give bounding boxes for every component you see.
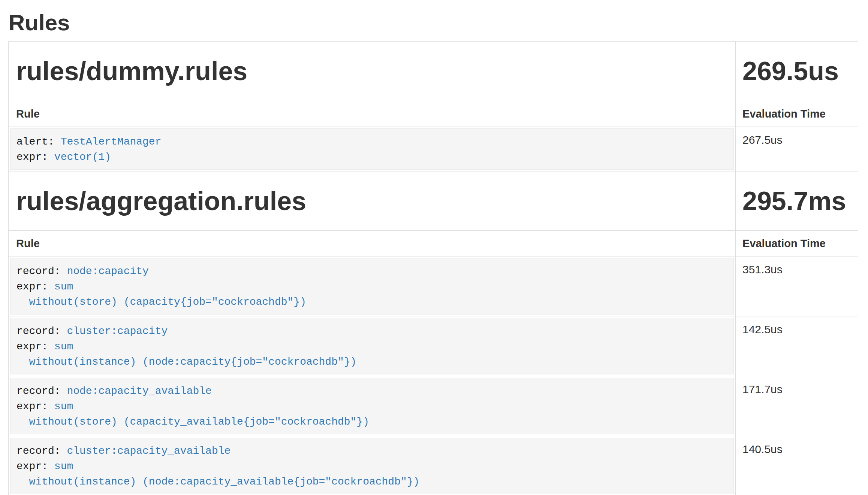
evaluation-time-column-header: Evaluation Time bbox=[736, 101, 858, 127]
rule-group-evaluation-time-cell: 269.5us bbox=[736, 42, 858, 101]
rule-definition: record: cluster:capacity expr: sum witho… bbox=[10, 318, 734, 374]
rule-definition-cell: record: cluster:capacity expr: sum witho… bbox=[9, 316, 736, 376]
rule-keyword bbox=[16, 356, 29, 368]
rule-name-link[interactable]: node:capacity bbox=[67, 265, 148, 277]
rule-group-evaluation-time-cell: 295.7ms bbox=[736, 171, 858, 231]
rule-keyword: expr: bbox=[16, 281, 54, 292]
rule-definition-cell: record: cluster:capacity_available expr:… bbox=[9, 436, 736, 495]
evaluation-time-column-header: Evaluation Time bbox=[736, 231, 858, 256]
column-header-row: Rule Evaluation Time bbox=[9, 231, 858, 256]
rule-row: record: node:capacity expr: sum without(… bbox=[9, 256, 858, 316]
rule-row: alert: TestAlertManager expr: vector(1) … bbox=[9, 127, 858, 171]
rule-keyword: expr: bbox=[16, 461, 54, 472]
rule-evaluation-time: 171.7us bbox=[736, 376, 858, 436]
rule-row: record: cluster:capacity expr: sum witho… bbox=[9, 316, 858, 376]
rule-keyword bbox=[16, 296, 29, 308]
rule-expression-link[interactable]: without(store) (capacity{job="cockroachd… bbox=[29, 296, 306, 308]
rule-row: record: cluster:capacity_available expr:… bbox=[9, 436, 858, 495]
rule-expression-link[interactable]: sum bbox=[54, 281, 73, 292]
rules-page: Rules rules/dummy.rules 269.5us Rule Eva… bbox=[0, 10, 868, 495]
page-title: Rules bbox=[9, 10, 858, 36]
rule-name-link[interactable]: cluster:capacity_available bbox=[67, 445, 230, 457]
rule-keyword: expr: bbox=[16, 401, 54, 412]
rule-keyword: expr: bbox=[16, 341, 54, 352]
rule-expression-link[interactable]: without(instance) (node:capacity_availab… bbox=[29, 476, 420, 488]
rule-name-link[interactable]: cluster:capacity bbox=[67, 325, 168, 337]
rule-name-link[interactable]: node:capacity_available bbox=[67, 385, 211, 397]
rule-definition: alert: TestAlertManager expr: vector(1) bbox=[10, 128, 734, 170]
rule-expression-link[interactable]: without(store) (capacity_available{job="… bbox=[29, 416, 369, 428]
rule-definition: record: node:capacity_available expr: su… bbox=[10, 378, 734, 434]
rule-column-header: Rule bbox=[9, 231, 736, 256]
rule-expression-link[interactable]: sum bbox=[54, 341, 73, 352]
rule-definition: record: node:capacity expr: sum without(… bbox=[10, 258, 734, 315]
rule-group-header-row: rules/dummy.rules 269.5us bbox=[9, 42, 858, 101]
rule-group-name: rules/dummy.rules bbox=[16, 57, 247, 86]
rule-expression-link[interactable]: sum bbox=[54, 401, 73, 412]
rule-group-name-cell: rules/aggregation.rules bbox=[9, 171, 736, 231]
rule-group-name-cell: rules/dummy.rules bbox=[9, 42, 736, 101]
column-header-row: Rule Evaluation Time bbox=[9, 101, 858, 127]
rule-keyword: expr: bbox=[16, 151, 54, 163]
rule-keyword bbox=[16, 416, 29, 428]
rule-column-header: Rule bbox=[9, 101, 736, 127]
rule-keyword: record: bbox=[16, 325, 67, 337]
rules-table: rules/dummy.rules 269.5us Rule Evaluatio… bbox=[8, 41, 858, 495]
rule-definition: record: cluster:capacity_available expr:… bbox=[10, 438, 734, 494]
rule-group-header-row: rules/aggregation.rules 295.7ms bbox=[9, 171, 858, 231]
rule-evaluation-time: 140.5us bbox=[736, 436, 858, 495]
rule-name-link[interactable]: TestAlertManager bbox=[61, 136, 162, 148]
rule-row: record: node:capacity_available expr: su… bbox=[9, 376, 858, 436]
rule-expression-link[interactable]: without(instance) (node:capacity{job="co… bbox=[29, 356, 357, 368]
rule-definition-cell: record: node:capacity_available expr: su… bbox=[9, 376, 736, 436]
rule-evaluation-time: 142.5us bbox=[736, 316, 858, 376]
rule-keyword: record: bbox=[16, 445, 67, 457]
rule-evaluation-time: 351.3us bbox=[736, 256, 858, 316]
rule-keyword: record: bbox=[16, 385, 67, 397]
rule-expression-link[interactable]: sum bbox=[54, 461, 73, 472]
rule-keyword bbox=[16, 476, 29, 488]
rule-group-name: rules/aggregation.rules bbox=[16, 186, 306, 216]
rule-group-evaluation-time: 269.5us bbox=[742, 57, 839, 86]
rule-evaluation-time: 267.5us bbox=[736, 127, 858, 171]
rule-keyword: alert: bbox=[16, 136, 61, 148]
rule-expression-link[interactable]: vector(1) bbox=[54, 151, 111, 163]
rule-group-evaluation-time: 295.7ms bbox=[742, 186, 846, 216]
rule-keyword: record: bbox=[16, 265, 67, 277]
rule-definition-cell: alert: TestAlertManager expr: vector(1) bbox=[9, 127, 736, 171]
rule-definition-cell: record: node:capacity expr: sum without(… bbox=[9, 256, 736, 316]
